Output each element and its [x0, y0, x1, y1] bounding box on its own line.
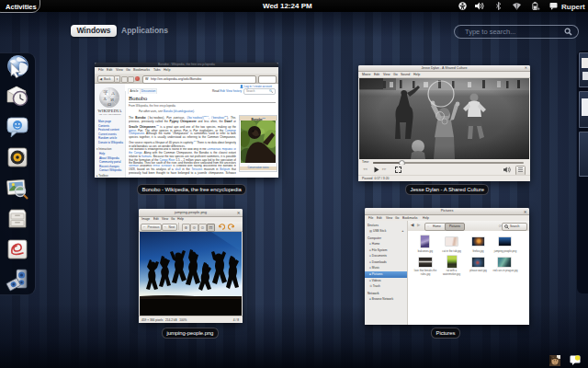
svg-text:Ω: Ω — [107, 102, 111, 107]
svg-text:A: A — [111, 91, 115, 96]
svg-text:字: 字 — [104, 89, 108, 95]
